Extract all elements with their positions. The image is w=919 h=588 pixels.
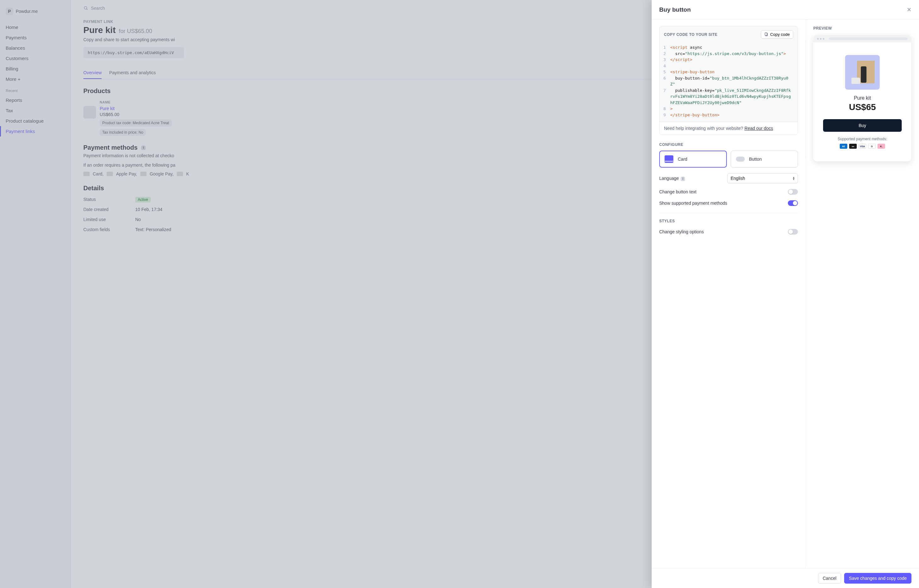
window-controls-icon — [817, 38, 824, 40]
visa-icon: VISA — [859, 144, 866, 149]
code-help: Need help integrating with your website?… — [659, 122, 798, 134]
change-button-text-toggle[interactable] — [788, 189, 798, 195]
styling-options-label: Change styling options — [659, 229, 704, 234]
panel-title: Buy button — [659, 6, 691, 13]
preview-card: Pure kit US$65 Buy Supported payment met… — [813, 35, 911, 161]
save-button[interactable]: Save changes and copy code — [844, 573, 911, 583]
read-docs-link[interactable]: Read our docs — [745, 126, 773, 131]
button-layout-icon — [736, 157, 745, 162]
code-box-title: COPY CODE TO YOUR SITE — [664, 32, 717, 37]
styling-options-toggle[interactable] — [788, 229, 798, 234]
gpay-icon: G — [868, 144, 875, 149]
preview-spm-label: Supported payment methods: — [822, 137, 903, 141]
show-payment-methods-toggle[interactable] — [788, 200, 798, 206]
preview-buy-button[interactable]: Buy — [823, 119, 902, 132]
preview-product-price: US$65 — [822, 102, 903, 112]
layout-card-option[interactable]: Card — [659, 150, 727, 168]
preview-label: PREVIEW — [813, 26, 911, 31]
code-box: COPY CODE TO YOUR SITE Copy code 1<scrip… — [659, 26, 798, 135]
preview-product-image — [845, 55, 880, 90]
show-payment-methods-label: Show supported payment methods — [659, 200, 727, 206]
card-layout-icon — [665, 155, 674, 163]
change-button-text-label: Change button text — [659, 189, 696, 194]
cancel-button[interactable]: Cancel — [818, 573, 841, 583]
mastercard-icon: ●● — [849, 144, 857, 149]
close-icon[interactable]: ✕ — [907, 6, 911, 13]
klarna-icon: K. — [877, 144, 885, 149]
info-icon[interactable]: i — [681, 177, 685, 181]
preview-browser-chrome — [813, 35, 911, 42]
svg-rect-3 — [765, 33, 767, 36]
preview-product-name: Pure kit — [822, 95, 903, 101]
styles-label: STYLES — [659, 219, 798, 223]
clipboard-icon — [764, 32, 768, 37]
language-label: Languagei — [659, 176, 685, 181]
code-content[interactable]: 1<script async 2 src="https://js.stripe.… — [659, 42, 798, 122]
layout-button-option[interactable]: Button — [731, 150, 798, 168]
preview-payment-icons: AE ●● VISA G K. — [822, 144, 903, 149]
buy-button-panel: Buy button ✕ COPY CODE TO YOUR SITE Copy… — [652, 0, 919, 588]
amex-icon: AE — [840, 144, 847, 149]
language-select[interactable]: English ▴▾ — [727, 173, 798, 183]
configure-label: CONFIGURE — [659, 142, 798, 147]
preview-urlbar — [829, 37, 908, 40]
copy-code-button[interactable]: Copy code — [761, 30, 793, 39]
chevron-updown-icon: ▴▾ — [793, 176, 795, 180]
